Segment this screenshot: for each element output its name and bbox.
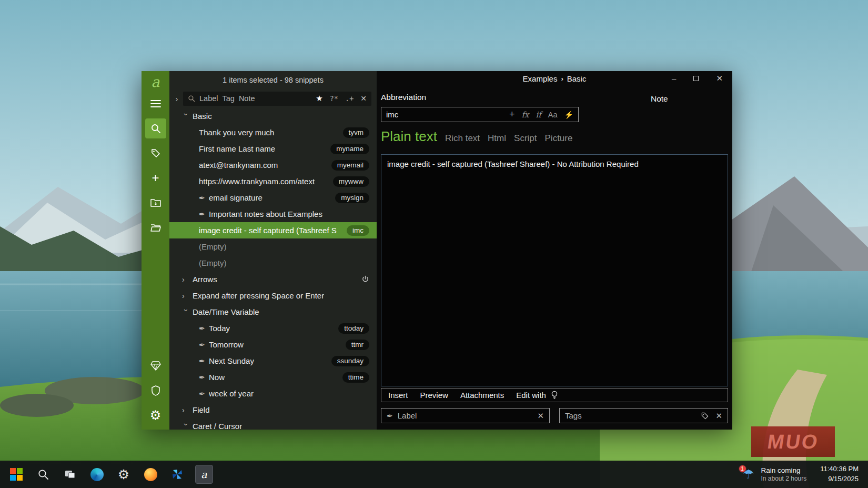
abbreviation-badge: ttime: [342, 372, 369, 383]
chevron-down-icon[interactable]: ›: [182, 423, 190, 430]
tab-html[interactable]: Html: [488, 133, 506, 144]
security-button[interactable]: [145, 381, 166, 401]
edit-with-button[interactable]: Edit with: [516, 391, 546, 400]
snippet-label: Now: [209, 373, 225, 382]
menu-button[interactable]: [145, 94, 166, 114]
clear-tags-icon[interactable]: ✕: [715, 411, 722, 421]
clock-time: 11:40:36 PM: [820, 464, 859, 474]
add-abbreviation-icon[interactable]: +: [509, 109, 515, 120]
abbreviation-tools: + fx if Aa ⚡: [509, 109, 573, 120]
breadcrumb-current[interactable]: Basic: [567, 74, 587, 83]
regex-filter-button[interactable]: .+: [345, 94, 354, 103]
favorites-filter-icon[interactable]: ★: [316, 94, 322, 103]
tags-nav-button[interactable]: [145, 143, 166, 163]
empty-snippet-row[interactable]: (Empty): [169, 238, 377, 255]
minimize-button[interactable]: –: [672, 74, 676, 82]
chevron-down-icon[interactable]: ›: [182, 113, 190, 121]
case-icon[interactable]: Aa: [548, 111, 558, 119]
snippet-row[interactable]: ✒Important notes about Examples: [169, 206, 377, 222]
clock-date: 9/15/2025: [820, 474, 859, 484]
task-view-button[interactable]: [61, 465, 79, 484]
chevron-right-icon[interactable]: ›: [182, 292, 190, 300]
chevron-right-icon: ›: [561, 75, 563, 83]
snippet-row[interactable]: ✒Nowttime: [169, 369, 377, 385]
windows-logo-icon: [10, 468, 23, 481]
snippet-group-row[interactable]: ›Expand after pressing Space or Enter: [169, 287, 377, 304]
taskbar-app-edge[interactable]: [88, 465, 106, 484]
abbreviation-badge: mywww: [333, 176, 369, 187]
abbreviation-input[interactable]: imc + fx if Aa ⚡: [381, 107, 579, 122]
tab-plain-text[interactable]: Plain text: [381, 128, 437, 145]
chevron-right-icon[interactable]: ›: [182, 406, 190, 414]
snippet-row[interactable]: ✒Tomorrowttmr: [169, 336, 377, 353]
wildcard-filter-button[interactable]: ?*: [330, 94, 338, 103]
tab-rich-text[interactable]: Rich text: [445, 133, 480, 144]
tab-script[interactable]: Script: [514, 133, 537, 144]
settings-button[interactable]: ⚙: [145, 405, 166, 425]
snippet-group-row[interactable]: ›Basic: [169, 108, 377, 124]
function-icon[interactable]: fx: [521, 110, 529, 119]
open-folder-button[interactable]: [145, 217, 166, 237]
condition-icon[interactable]: if: [536, 110, 541, 119]
add-snippet-button[interactable]: +: [145, 168, 166, 188]
taskbar-search-button[interactable]: [34, 465, 52, 484]
snippet-row[interactable]: atext@trankynam.commyemail: [169, 157, 377, 173]
scope-tag-toggle[interactable]: Tag: [222, 94, 234, 103]
pen-icon: ✒: [199, 357, 209, 365]
label-field[interactable]: ✒ Label ✕: [381, 408, 550, 423]
editor-actions: InsertPreviewAttachmentsEdit with: [388, 391, 546, 400]
taskbar-clock[interactable]: 11:40:36 PM 9/15/2025: [818, 463, 861, 486]
taskbar-app-atext[interactable]: a: [195, 465, 213, 484]
insert-button[interactable]: Insert: [388, 391, 408, 400]
gear-icon: ⚙: [150, 409, 162, 422]
atext-logo: a: [151, 73, 159, 91]
chevron-right-icon[interactable]: ›: [182, 275, 190, 284]
snippet-row[interactable]: ✒Next Sundayssunday: [169, 353, 377, 369]
snippet-row[interactable]: https://www.trankynam.com/atextmywww: [169, 173, 377, 190]
premium-button[interactable]: [145, 356, 166, 376]
new-folder-button[interactable]: [145, 193, 166, 213]
scope-label-toggle[interactable]: Label: [199, 94, 218, 103]
taskbar-pinned-app[interactable]: [168, 465, 186, 484]
snippet-row[interactable]: image credit - self captured (Tashreef S…: [169, 222, 377, 238]
snippet-row[interactable]: First name Last namemyname: [169, 141, 377, 157]
start-button[interactable]: [7, 465, 25, 484]
search-icon: [37, 469, 49, 480]
snippet-row[interactable]: ✒email signaturemysign: [169, 190, 377, 206]
snippet-row[interactable]: ✒week of year: [169, 385, 377, 402]
snippet-group-row[interactable]: ›Date/Time Variable: [169, 304, 377, 320]
scope-note-toggle[interactable]: Note: [239, 94, 255, 103]
clear-label-icon[interactable]: ✕: [537, 411, 544, 421]
snippet-row[interactable]: Thank you very muchtyvm: [169, 124, 377, 141]
tags-field[interactable]: Tags ✕: [559, 408, 728, 423]
snippet-group-row[interactable]: ›Caret / Cursor: [169, 418, 377, 430]
lightning-icon[interactable]: ⚡: [564, 111, 573, 119]
power-icon[interactable]: [361, 275, 369, 283]
taskbar-app-firefox[interactable]: [142, 465, 159, 484]
tab-picture[interactable]: Picture: [545, 133, 573, 144]
taskbar-app-settings[interactable]: ⚙: [115, 465, 133, 484]
empty-snippet-row[interactable]: (Empty): [169, 255, 377, 271]
snippet-group-row[interactable]: ›Field: [169, 402, 377, 418]
snippet-rows: ›BasicThank you very muchtyvmFirst name …: [169, 108, 377, 430]
breadcrumb-parent[interactable]: Examples: [523, 74, 558, 83]
weather-widget[interactable]: ☂ 1 Rain coming In about 2 hours: [738, 465, 810, 484]
maximize-button[interactable]: [693, 76, 699, 81]
snippet-search-input[interactable]: Label Tag Note ★ ?* .+ ✕: [183, 92, 371, 106]
snippet-group-row[interactable]: ›Arrows: [169, 271, 377, 287]
lightbulb-icon[interactable]: [551, 391, 558, 400]
clear-search-icon[interactable]: ✕: [360, 94, 367, 103]
abbreviation-value: imc: [386, 110, 398, 119]
label-placeholder: Label: [398, 411, 417, 420]
preview-button[interactable]: Preview: [420, 391, 448, 400]
snippet-content-editor[interactable]: image credit - self captured (Tashreef S…: [381, 154, 728, 386]
close-button[interactable]: ✕: [716, 74, 723, 82]
attachments-button[interactable]: Attachments: [460, 391, 504, 400]
search-nav-button[interactable]: [145, 118, 166, 138]
snippet-label: Today: [209, 324, 230, 333]
chevron-right-icon[interactable]: ›: [174, 94, 180, 103]
snippet-label: Thank you very much: [199, 128, 274, 137]
chevron-down-icon[interactable]: ›: [182, 309, 190, 317]
abbreviation-badge: mysign: [335, 193, 369, 203]
snippet-row[interactable]: ✒Todayttoday: [169, 320, 377, 336]
